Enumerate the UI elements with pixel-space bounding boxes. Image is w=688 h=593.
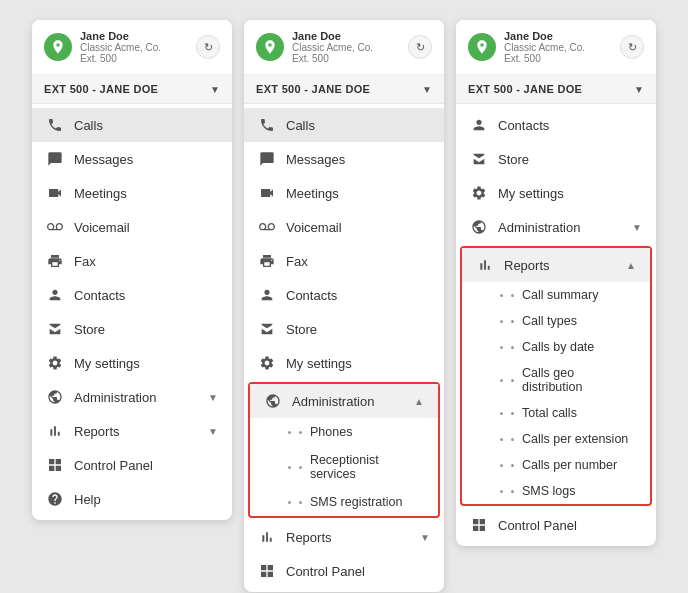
submenu-calls-by-date[interactable]: Calls by date (462, 334, 650, 360)
sidebar-item-fax-2[interactable]: Fax (244, 244, 444, 278)
dot-icon-2 (511, 320, 514, 323)
sidebar-item-control-panel[interactable]: Control Panel (32, 448, 232, 482)
sidebar-item-store-3[interactable]: Store (456, 142, 656, 176)
submenu-call-types[interactable]: Call types (462, 308, 650, 334)
ext-bar-2[interactable]: EXT 500 - JANE DOE ▼ (244, 75, 444, 104)
dot-icon-5 (511, 412, 514, 415)
chevron-down-icon-3: ▼ (634, 84, 644, 95)
sidebar-item-meetings-2[interactable]: Meetings (244, 176, 444, 210)
person-icon (46, 286, 64, 304)
sidebar-item-settings-2[interactable]: My settings (244, 346, 444, 380)
screenshot-container: Jane Doe Classic Acme, Co. Ext. 500 ↻ EX… (0, 0, 688, 593)
sidebar-item-contacts[interactable]: Contacts (32, 278, 232, 312)
fax-label-2: Fax (286, 254, 430, 269)
panel-1-header: Jane Doe Classic Acme, Co. Ext. 500 ↻ (32, 20, 232, 75)
header-name: Jane Doe (80, 30, 188, 42)
submenu-calls-per-number[interactable]: Calls per number (462, 452, 650, 478)
help-icon (46, 490, 64, 508)
sidebar-item-contacts-2[interactable]: Contacts (244, 278, 444, 312)
dot-icon-8 (511, 490, 514, 493)
header-ext-2: Ext. 500 (292, 53, 400, 64)
store-label-3: Store (498, 152, 642, 167)
sms-dot (299, 501, 302, 504)
sidebar-item-reports-2[interactable]: Reports ▼ (244, 520, 444, 554)
submenu-sms[interactable]: SMS registration (250, 488, 438, 516)
ext-label-2: EXT 500 - JANE DOE (256, 83, 370, 95)
dot-icon (511, 294, 514, 297)
sidebar-item-control-2[interactable]: Control Panel (244, 554, 444, 588)
panel-icon (46, 456, 64, 474)
phones-dot (299, 431, 302, 434)
messages-label: Messages (74, 152, 218, 167)
panel-2-header: Jane Doe Classic Acme, Co. Ext. 500 ↻ (244, 20, 444, 75)
menu-list: Calls Messages Meetings Voicemail Fax Co… (32, 104, 232, 520)
dot-icon-4 (511, 379, 514, 382)
sidebar-item-store-2[interactable]: Store (244, 312, 444, 346)
voicemail-icon (46, 218, 64, 236)
sidebar-item-administration-2[interactable]: Administration ▲ (250, 384, 438, 418)
sidebar-item-reports[interactable]: Reports ▼ (32, 414, 232, 448)
settings-icon-2 (258, 354, 276, 372)
header-info-3: Jane Doe Classic Acme, Co. Ext. 500 (504, 30, 612, 64)
fax-label: Fax (74, 254, 218, 269)
sidebar-item-help[interactable]: Help (32, 482, 232, 516)
my-settings-label: My settings (74, 356, 218, 371)
sidebar-item-voicemail[interactable]: Voicemail (32, 210, 232, 244)
menu-list-2: Calls Messages Meetings Voicemail Fax Co… (244, 104, 444, 592)
sidebar-item-reports-3[interactable]: Reports ▲ (462, 248, 650, 282)
administration-label: Administration (74, 390, 198, 405)
chevron-down-icon: ▼ (210, 84, 220, 95)
administration-expanded-section: Administration ▲ Phones Receptionist ser… (248, 382, 440, 518)
sidebar-item-settings-3[interactable]: My settings (456, 176, 656, 210)
refresh-button-2[interactable]: ↻ (408, 35, 432, 59)
submenu-calls-geo[interactable]: Calls geo distribution (462, 360, 650, 400)
submenu-total-calls[interactable]: Total calls (462, 400, 650, 426)
chevron-right-icon2: ▼ (208, 426, 218, 437)
refresh-button[interactable]: ↻ (196, 35, 220, 59)
sidebar-item-messages-2[interactable]: Messages (244, 142, 444, 176)
person-icon-3 (470, 116, 488, 134)
header-ext-3: Ext. 500 (504, 53, 612, 64)
ext-label: EXT 500 - JANE DOE (44, 83, 158, 95)
sidebar-item-administration-3[interactable]: Administration ▼ (456, 210, 656, 244)
header-company: Classic Acme, Co. (80, 42, 188, 53)
header-info: Jane Doe Classic Acme, Co. Ext. 500 (80, 30, 188, 64)
sidebar-item-contacts-3[interactable]: Contacts (456, 108, 656, 142)
submenu-sms-logs[interactable]: SMS logs (462, 478, 650, 504)
submenu-phones[interactable]: Phones (250, 418, 438, 446)
sidebar-item-fax[interactable]: Fax (32, 244, 232, 278)
refresh-button-3[interactable]: ↻ (620, 35, 644, 59)
sidebar-item-control-3[interactable]: Control Panel (456, 508, 656, 542)
submenu-call-summary[interactable]: Call summary (462, 282, 650, 308)
sidebar-item-store[interactable]: Store (32, 312, 232, 346)
sidebar-item-administration[interactable]: Administration ▼ (32, 380, 232, 414)
submenu-calls-per-ext[interactable]: Calls per extension (462, 426, 650, 452)
video-icon (46, 184, 64, 202)
sidebar-item-settings[interactable]: My settings (32, 346, 232, 380)
avatar-2 (256, 33, 284, 61)
submenu-receptionist[interactable]: Receptionist services (250, 446, 438, 488)
panel-icon-2 (258, 562, 276, 580)
ext-bar-3[interactable]: EXT 500 - JANE DOE ▼ (456, 75, 656, 104)
reports-label: Reports (74, 424, 198, 439)
call-summary-label: Call summary (522, 288, 598, 302)
sidebar-item-voicemail-2[interactable]: Voicemail (244, 210, 444, 244)
my-settings-label-3: My settings (498, 186, 642, 201)
sidebar-item-calls-2[interactable]: Calls (244, 108, 444, 142)
dot-icon-6 (511, 438, 514, 441)
header-company-3: Classic Acme, Co. (504, 42, 612, 53)
reports-expanded-section: Reports ▲ Call summary Call types Calls … (460, 246, 652, 506)
sms-logs-label: SMS logs (522, 484, 576, 498)
store-icon (46, 320, 64, 338)
ext-bar[interactable]: EXT 500 - JANE DOE ▼ (32, 75, 232, 104)
total-calls-label: Total calls (522, 406, 577, 420)
phone-icon-2 (258, 116, 276, 134)
sidebar-item-calls[interactable]: Calls (32, 108, 232, 142)
receptionist-label: Receptionist services (310, 453, 424, 481)
calls-geo-label: Calls geo distribution (522, 366, 636, 394)
sidebar-item-messages[interactable]: Messages (32, 142, 232, 176)
sidebar-item-meetings[interactable]: Meetings (32, 176, 232, 210)
panel-3: Jane Doe Classic Acme, Co. Ext. 500 ↻ EX… (456, 20, 656, 546)
panel-2: Jane Doe Classic Acme, Co. Ext. 500 ↻ EX… (244, 20, 444, 592)
sms-label: SMS registration (310, 495, 402, 509)
